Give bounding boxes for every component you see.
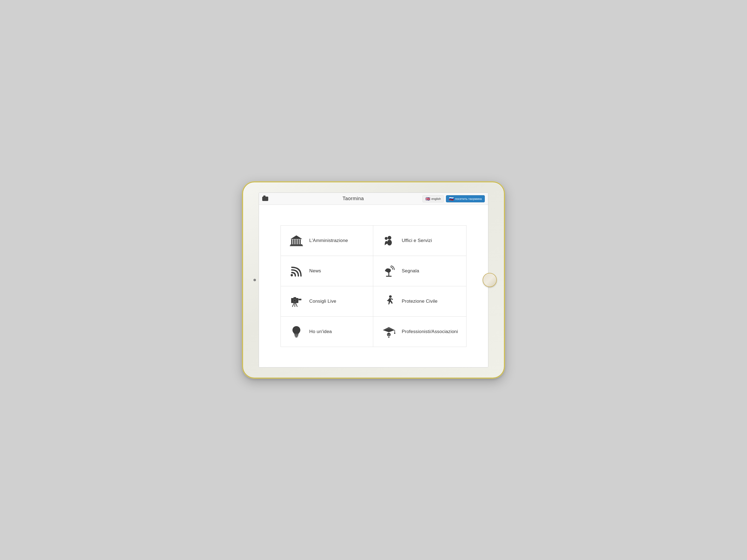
satellite-icon xyxy=(381,263,396,278)
svg-point-11 xyxy=(385,237,388,240)
grid-item-segnala[interactable]: Segnala xyxy=(373,256,466,286)
grid-label-professionisti: Professionisti/Associazioni xyxy=(402,329,458,334)
svg-point-9 xyxy=(388,236,391,239)
rss-icon xyxy=(289,263,304,278)
home-button[interactable] xyxy=(483,273,497,287)
graduation-icon xyxy=(381,324,396,339)
svg-point-12 xyxy=(291,274,293,276)
navbar-title: Taormina xyxy=(284,196,422,202)
tablet-device: Taormina 🇬🇧 english 🇷🇺 посетить таормина xyxy=(242,182,505,378)
english-flag-icon: 🇬🇧 xyxy=(426,197,430,201)
svg-point-30 xyxy=(394,332,395,334)
grid-item-uffici-servizi[interactable]: Uffici e Servizi xyxy=(373,226,466,256)
svg-rect-24 xyxy=(294,334,298,335)
svg-rect-19 xyxy=(299,299,302,300)
svg-rect-18 xyxy=(293,297,296,298)
svg-rect-4 xyxy=(298,239,299,244)
menu-grid: L'Amministrazione xyxy=(281,225,466,347)
grid-item-amministrazione[interactable]: L'Amministrazione xyxy=(281,226,373,256)
navbar: Taormina 🇬🇧 english 🇷🇺 посетить таормина xyxy=(259,193,488,205)
russian-lang-label: посетить таормина xyxy=(455,197,482,200)
svg-line-20 xyxy=(292,303,294,307)
building-icon xyxy=(289,233,304,248)
svg-point-10 xyxy=(387,239,392,245)
run-icon xyxy=(381,294,396,309)
svg-line-22 xyxy=(295,303,297,307)
grid-label-segnala: Segnala xyxy=(402,268,419,274)
svg-rect-3 xyxy=(297,239,298,244)
video-camera-icon xyxy=(289,294,304,309)
svg-marker-6 xyxy=(290,235,302,239)
grid-label-idea: Ho un'idea xyxy=(309,329,332,334)
svg-point-17 xyxy=(294,299,295,301)
grid-item-professionisti[interactable]: Professionisti/Associazioni xyxy=(373,316,466,347)
bulb-icon xyxy=(289,324,304,339)
svg-rect-0 xyxy=(291,239,292,244)
navbar-left xyxy=(262,197,284,201)
grid-item-idea[interactable]: Ho un'idea xyxy=(281,316,373,347)
svg-rect-1 xyxy=(293,239,294,244)
grid-label-protezione-civile: Protezione Civile xyxy=(402,299,437,304)
svg-rect-25 xyxy=(295,335,298,336)
russian-lang-button[interactable]: 🇷🇺 посетить таормина xyxy=(446,195,485,202)
russian-flag-icon: 🇷🇺 xyxy=(449,197,454,201)
english-lang-button[interactable]: 🇬🇧 english xyxy=(422,195,444,202)
svg-rect-26 xyxy=(295,337,298,337)
grid-item-news[interactable]: News xyxy=(281,256,373,286)
svg-rect-2 xyxy=(294,239,295,244)
tablet-camera xyxy=(254,279,256,281)
screen: Taormina 🇬🇧 english 🇷🇺 посетить таормина xyxy=(259,193,488,367)
svg-rect-5 xyxy=(300,239,301,244)
grid-label-uffici-servizi: Uffici e Servizi xyxy=(402,238,432,244)
navbar-right: 🇬🇧 english 🇷🇺 посетить таормина xyxy=(422,195,485,202)
svg-point-35 xyxy=(388,337,390,338)
grid-label-consigli-live: Consigli Live xyxy=(309,299,336,304)
grid-item-consigli-live[interactable]: Consigli Live xyxy=(281,286,373,316)
grid-label-amministrazione: L'Amministrazione xyxy=(309,238,348,244)
grid-label-news: News xyxy=(309,268,321,274)
svg-point-23 xyxy=(389,295,392,298)
main-content: L'Amministrazione xyxy=(259,205,488,367)
svg-point-32 xyxy=(388,334,388,334)
english-lang-label: english xyxy=(432,197,441,200)
svg-rect-7 xyxy=(290,244,302,245)
camera-icon xyxy=(262,197,268,201)
grid-item-protezione-civile[interactable]: Protezione Civile xyxy=(373,286,466,316)
svg-point-33 xyxy=(389,334,390,334)
svg-rect-8 xyxy=(290,245,303,246)
people-icon xyxy=(381,233,396,248)
